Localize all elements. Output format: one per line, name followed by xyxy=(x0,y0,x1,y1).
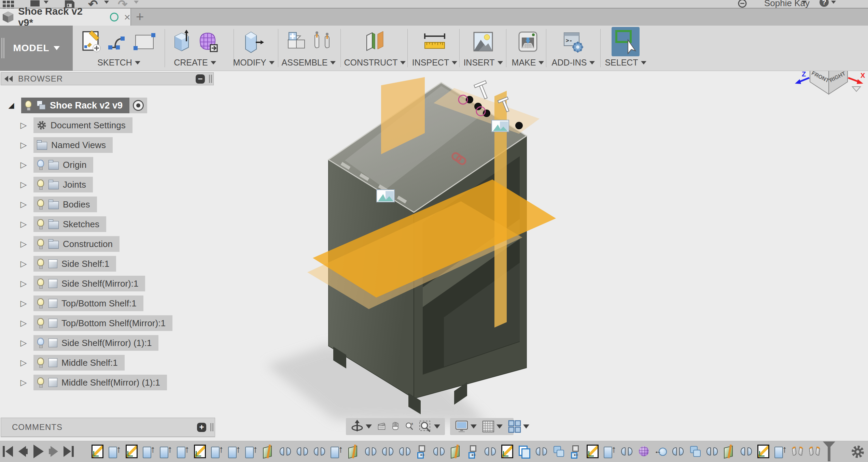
tree-row-sketches[interactable]: ▷ Sketches xyxy=(0,214,260,234)
timeline-feature-icon[interactable] xyxy=(109,445,121,458)
spline-icon[interactable] xyxy=(108,31,129,52)
tree-root-row[interactable]: ◢ Shoe Rack v2 v9 xyxy=(0,96,260,115)
timeline-feature-icon[interactable] xyxy=(552,445,564,458)
visibility-bulb-on-icon[interactable] xyxy=(37,199,44,210)
expand-icon[interactable]: ▷ xyxy=(18,120,29,130)
construct-menu[interactable]: CONSTRUCT xyxy=(344,58,406,68)
expand-icon[interactable]: ▷ xyxy=(18,160,29,170)
panel-drag-handle[interactable] xyxy=(210,423,211,431)
shoe-rack-model[interactable] xyxy=(260,70,580,442)
press-pull-icon[interactable] xyxy=(243,30,264,53)
addins-menu[interactable]: ADD-INS xyxy=(552,58,595,68)
browser-header[interactable]: BROWSER − xyxy=(1,72,214,85)
timeline-feature-icon[interactable] xyxy=(313,445,325,458)
expand-icon[interactable]: ▷ xyxy=(18,299,29,308)
visibility-bulb-on-icon[interactable] xyxy=(37,179,44,190)
file-menu-icon[interactable] xyxy=(30,0,40,6)
tree-row-construction[interactable]: ▷ Construction xyxy=(0,234,260,254)
help-menu-icon[interactable]: ? xyxy=(820,0,829,7)
visibility-bulb-off-icon[interactable] xyxy=(37,160,44,170)
insert-image-icon[interactable] xyxy=(473,31,494,52)
tree-row-side-shelf-mirror-1[interactable]: ▷ Side Shelf(Mirror) (1):1 xyxy=(0,333,260,353)
expand-icon[interactable]: ▷ xyxy=(18,200,29,209)
timeline-feature-icon[interactable] xyxy=(535,445,547,458)
zoom-menu-caret[interactable] xyxy=(434,424,440,429)
zoom-window-tool[interactable] xyxy=(419,420,440,433)
notification-clock-icon[interactable] xyxy=(738,0,747,8)
timeline-feature-icon[interactable] xyxy=(450,445,462,458)
timeline-feature-icon[interactable] xyxy=(92,445,103,458)
insert-menu[interactable]: INSERT xyxy=(463,58,503,68)
visibility-bulb-on-icon[interactable] xyxy=(37,219,44,229)
expand-icon[interactable]: ▷ xyxy=(18,140,29,150)
timeline-feature-icon[interactable] xyxy=(570,445,582,458)
tree-row-origin[interactable]: ▷ Origin xyxy=(0,155,260,175)
visibility-bulb-on-icon[interactable] xyxy=(37,377,44,388)
timeline-feature-icon[interactable] xyxy=(501,445,513,458)
tree-row-named-views[interactable]: ▷ Named Views xyxy=(0,135,260,155)
timeline-settings-gear-icon[interactable] xyxy=(851,445,865,459)
timeline-feature-icon[interactable] xyxy=(194,445,206,458)
timeline-feature-icon[interactable] xyxy=(792,445,803,458)
visibility-bulb-on-icon[interactable] xyxy=(37,298,44,308)
tab-close-button[interactable]: × xyxy=(124,12,130,23)
create-menu[interactable]: CREATE xyxy=(174,58,216,68)
timeline-feature-icon[interactable] xyxy=(331,445,342,458)
grid-menu-caret[interactable] xyxy=(496,424,503,429)
timeline-feature-icon[interactable] xyxy=(348,445,360,458)
timeline-feature-icon[interactable] xyxy=(399,445,411,458)
measure-icon[interactable] xyxy=(423,31,447,52)
inspect-menu[interactable]: INSPECT xyxy=(412,58,457,68)
redo-caret[interactable] xyxy=(134,0,139,5)
viewports[interactable] xyxy=(508,420,529,433)
visibility-bulb-on-icon[interactable] xyxy=(37,318,44,328)
decal-icon-left[interactable] xyxy=(377,190,394,202)
display-settings[interactable] xyxy=(455,420,477,433)
scripts-addins-icon[interactable]: >- xyxy=(563,31,584,53)
tree-row-middle-shelf[interactable]: ▷ Middle Shelf:1 xyxy=(0,353,260,373)
expand-icon[interactable]: ▷ xyxy=(18,378,29,387)
construction-plane-icon[interactable] xyxy=(365,30,385,53)
go-to-end-button[interactable] xyxy=(63,445,74,458)
play-button[interactable] xyxy=(32,444,44,459)
timeline-feature-icon[interactable] xyxy=(587,445,599,458)
new-component-icon[interactable] xyxy=(285,30,307,53)
collapse-panel-icon[interactable] xyxy=(4,76,13,82)
timeline-feature-icon[interactable] xyxy=(245,445,257,458)
visibility-bulb-on-icon[interactable] xyxy=(37,358,44,368)
display-menu-caret[interactable] xyxy=(471,424,477,429)
expand-icon[interactable]: ▷ xyxy=(18,279,29,288)
expand-icon[interactable]: ▷ xyxy=(18,318,29,328)
timeline-feature-icon[interactable] xyxy=(757,445,769,458)
timeline-feature-icon[interactable] xyxy=(296,445,308,458)
tree-row-side-shelf[interactable]: ▷ Side Shelf:1 xyxy=(0,254,260,274)
orbit-menu-caret[interactable] xyxy=(366,424,372,429)
timeline-feature-icon[interactable] xyxy=(604,445,616,458)
add-comment-icon[interactable]: + xyxy=(197,423,206,432)
timeline-feature-icon[interactable] xyxy=(365,445,377,458)
timeline-feature-icon[interactable] xyxy=(774,445,786,458)
timeline-feature-icon[interactable] xyxy=(723,445,735,458)
timeline-feature-icon[interactable] xyxy=(262,445,274,458)
timeline-feature-icon[interactable] xyxy=(672,445,684,458)
undo-caret[interactable] xyxy=(104,0,109,5)
expand-icon[interactable]: ▷ xyxy=(18,358,29,367)
visibility-bulb-off-icon[interactable] xyxy=(37,338,44,348)
expand-icon[interactable]: ▷ xyxy=(18,239,29,249)
visibility-bulb-on-icon[interactable] xyxy=(37,239,44,249)
tree-row-top-bottom-shelf[interactable]: ▷ Top/Bottom Shelf:1 xyxy=(0,293,260,313)
collapse-all-icon[interactable]: − xyxy=(196,74,205,84)
timeline-feature-icon[interactable] xyxy=(160,445,172,458)
timeline-feature-icon[interactable] xyxy=(655,445,667,458)
orbit-tool[interactable] xyxy=(351,420,372,433)
timeline-feature-icon[interactable] xyxy=(416,445,428,458)
timeline-feature-icon[interactable] xyxy=(382,445,394,458)
timeline-feature-icon[interactable] xyxy=(228,445,240,458)
timeline-feature-icon[interactable] xyxy=(484,445,496,458)
tree-row-joints[interactable]: ▷ Joints xyxy=(0,175,260,194)
extrude-icon[interactable] xyxy=(172,30,192,54)
panel-drag-handle[interactable] xyxy=(209,75,210,83)
assemble-menu[interactable]: ASSEMBLE xyxy=(282,58,336,68)
tree-row-side-shelf-mirror[interactable]: ▷ Side Shelf(Mirror):1 xyxy=(0,274,260,293)
sketch-menu[interactable]: SKETCH xyxy=(97,58,140,68)
